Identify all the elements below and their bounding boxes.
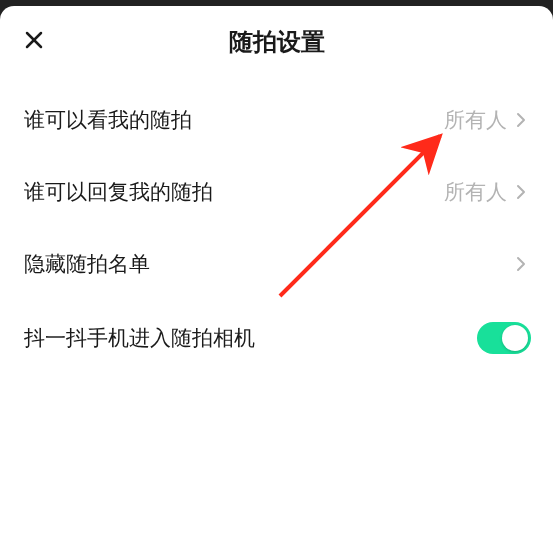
row-label: 谁可以回复我的随拍 bbox=[24, 178, 213, 206]
row-label: 谁可以看我的随拍 bbox=[24, 106, 192, 134]
row-value: 所有人 bbox=[444, 178, 507, 206]
row-right: 所有人 bbox=[444, 178, 531, 206]
row-who-can-see[interactable]: 谁可以看我的随拍 所有人 bbox=[0, 84, 553, 156]
header: 随拍设置 bbox=[0, 14, 553, 70]
close-icon bbox=[22, 28, 46, 56]
close-button[interactable] bbox=[14, 22, 54, 62]
row-right: 所有人 bbox=[444, 106, 531, 134]
row-hidden-list[interactable]: 隐藏随拍名单 bbox=[0, 228, 553, 300]
row-who-can-reply[interactable]: 谁可以回复我的随拍 所有人 bbox=[0, 156, 553, 228]
page-title: 随拍设置 bbox=[229, 26, 325, 58]
settings-sheet: 随拍设置 谁可以看我的随拍 所有人 谁可以回复我的随拍 所有人 隐藏随拍名单 bbox=[0, 6, 553, 560]
toggle-knob bbox=[502, 325, 528, 351]
settings-list: 谁可以看我的随拍 所有人 谁可以回复我的随拍 所有人 隐藏随拍名单 bbox=[0, 70, 553, 376]
row-label: 抖一抖手机进入随拍相机 bbox=[24, 324, 255, 352]
row-right bbox=[477, 322, 531, 354]
row-label: 隐藏随拍名单 bbox=[24, 250, 150, 278]
chevron-right-icon bbox=[511, 110, 531, 130]
row-shake-to-camera: 抖一抖手机进入随拍相机 bbox=[0, 300, 553, 376]
chevron-right-icon bbox=[511, 182, 531, 202]
shake-toggle[interactable] bbox=[477, 322, 531, 354]
row-value: 所有人 bbox=[444, 106, 507, 134]
row-right bbox=[511, 254, 531, 274]
chevron-right-icon bbox=[511, 254, 531, 274]
